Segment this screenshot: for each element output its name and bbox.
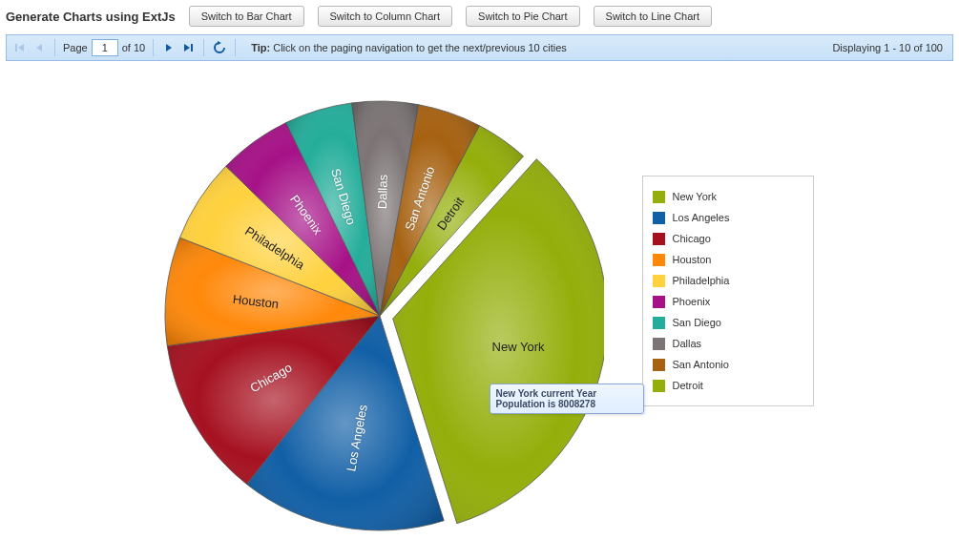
tooltip-text: New York current Year Population is 8008… bbox=[496, 388, 597, 409]
pie-chart[interactable]: New YorkLos AngelesChicagoHoustonPhilade… bbox=[156, 92, 604, 540]
paging-toolbar: Page of 10 Tip: Click on the paging navi… bbox=[6, 34, 953, 61]
legend-item-detroit[interactable]: Detroit bbox=[653, 375, 802, 396]
legend-label: San Antonio bbox=[673, 359, 729, 370]
legend-label: Philadelphia bbox=[673, 275, 730, 286]
legend-swatch bbox=[653, 191, 665, 203]
refresh-button[interactable] bbox=[212, 40, 227, 55]
last-page-button[interactable] bbox=[180, 40, 196, 55]
legend-item-phoenix[interactable]: Phoenix bbox=[653, 291, 802, 312]
switch-column-button[interactable]: Switch to Column Chart bbox=[318, 6, 453, 27]
page-title: Generate Charts using ExtJs bbox=[6, 10, 176, 24]
chart-legend: New YorkLos AngelesChicagoHoustonPhilade… bbox=[642, 176, 814, 406]
legend-label: Phoenix bbox=[673, 296, 711, 307]
legend-swatch bbox=[653, 380, 665, 392]
svg-marker-1 bbox=[18, 44, 24, 52]
switch-line-button[interactable]: Switch to Line Chart bbox=[594, 6, 712, 27]
svg-marker-4 bbox=[184, 44, 190, 52]
legend-swatch bbox=[653, 254, 665, 266]
legend-item-philadelphia[interactable]: Philadelphia bbox=[653, 270, 802, 291]
legend-swatch bbox=[653, 317, 665, 329]
legend-item-new-york[interactable]: New York bbox=[653, 186, 802, 207]
legend-swatch bbox=[653, 275, 665, 287]
chart-area: New YorkLos AngelesChicagoHoustonPhilade… bbox=[12, 73, 948, 550]
legend-item-los-angeles[interactable]: Los Angeles bbox=[653, 207, 802, 228]
legend-label: Detroit bbox=[673, 380, 703, 391]
first-page-button[interactable] bbox=[12, 40, 28, 55]
page-of-label: of 10 bbox=[122, 42, 145, 53]
legend-item-chicago[interactable]: Chicago bbox=[653, 228, 802, 249]
legend-label: New York bbox=[673, 191, 717, 202]
legend-label: Los Angeles bbox=[673, 212, 730, 223]
svg-marker-2 bbox=[36, 44, 42, 52]
tip-prefix: Tip: bbox=[251, 42, 270, 53]
legend-swatch bbox=[653, 296, 665, 308]
legend-item-dallas[interactable]: Dallas bbox=[653, 333, 802, 354]
toolbar-separator bbox=[203, 39, 204, 56]
svg-rect-5 bbox=[191, 44, 193, 52]
legend-label: San Diego bbox=[673, 317, 721, 328]
legend-swatch bbox=[653, 212, 665, 224]
switch-pie-button[interactable]: Switch to Pie Chart bbox=[466, 6, 580, 27]
page-label: Page bbox=[63, 42, 88, 53]
legend-item-houston[interactable]: Houston bbox=[653, 249, 802, 270]
svg-marker-3 bbox=[166, 44, 172, 52]
svg-marker-6 bbox=[218, 41, 221, 45]
legend-swatch bbox=[653, 338, 665, 350]
tip-body: Click on the paging navigation to get th… bbox=[273, 42, 567, 53]
legend-label: Houston bbox=[673, 254, 712, 265]
next-page-button[interactable] bbox=[161, 40, 177, 55]
paging-tip: Tip: Click on the paging navigation to g… bbox=[251, 42, 567, 53]
chart-tooltip: New York current Year Population is 8008… bbox=[490, 384, 644, 414]
legend-swatch bbox=[653, 233, 665, 245]
legend-swatch bbox=[653, 359, 665, 371]
toolbar-separator bbox=[54, 39, 55, 56]
switch-bar-button[interactable]: Switch to Bar Chart bbox=[189, 6, 304, 27]
legend-item-san-diego[interactable]: San Diego bbox=[653, 312, 802, 333]
legend-item-san-antonio[interactable]: San Antonio bbox=[653, 354, 802, 375]
prev-page-button[interactable] bbox=[31, 40, 47, 55]
toolbar-separator bbox=[153, 39, 154, 56]
legend-label: Dallas bbox=[673, 338, 702, 349]
header-row: Generate Charts using ExtJs Switch to Ba… bbox=[6, 6, 953, 27]
display-info: Displaying 1 - 10 of 100 bbox=[832, 42, 947, 53]
toolbar-separator bbox=[235, 39, 236, 56]
svg-rect-0 bbox=[15, 44, 17, 52]
page-input[interactable] bbox=[92, 39, 118, 56]
legend-label: Chicago bbox=[673, 233, 711, 244]
